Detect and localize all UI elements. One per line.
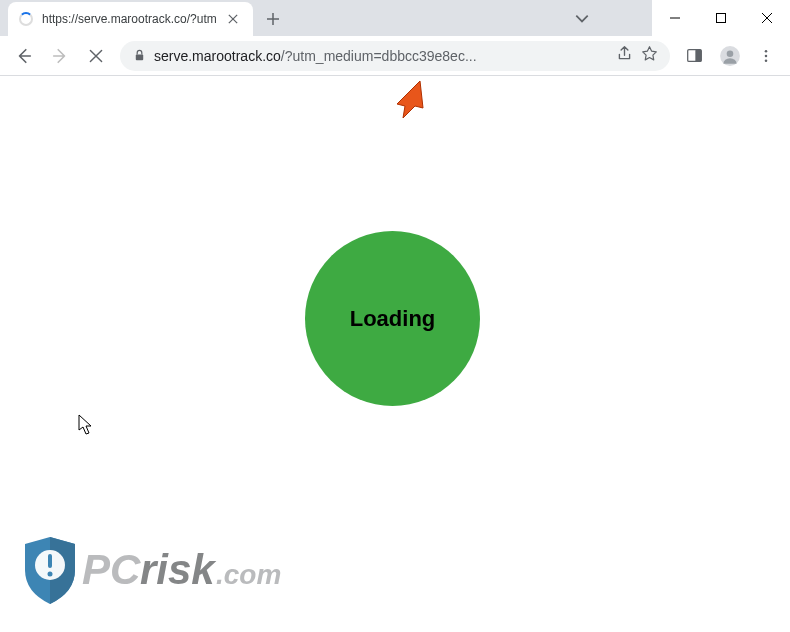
- svg-point-6: [765, 49, 768, 52]
- window-controls: [652, 0, 790, 36]
- svg-point-5: [727, 50, 734, 57]
- new-tab-button[interactable]: [259, 5, 287, 33]
- url-text: serve.marootrack.co/?utm_medium=dbbcc39e…: [154, 48, 608, 64]
- tab-close-button[interactable]: [225, 11, 241, 27]
- svg-text:PC: PC: [82, 546, 141, 593]
- svg-point-7: [765, 54, 768, 57]
- share-icon[interactable]: [616, 45, 633, 66]
- loading-circle: Loading: [305, 231, 480, 406]
- svg-rect-3: [695, 50, 701, 62]
- toolbar: serve.marootrack.co/?utm_medium=dbbcc39e…: [0, 36, 790, 76]
- loading-label: Loading: [350, 306, 436, 332]
- svg-point-11: [48, 572, 53, 577]
- page-content: Loading PC risk .com: [0, 76, 790, 632]
- address-bar[interactable]: serve.marootrack.co/?utm_medium=dbbcc39e…: [120, 41, 670, 71]
- window-close-button[interactable]: [744, 0, 790, 36]
- tab-search-chevron-icon[interactable]: [574, 10, 590, 30]
- tab-loading-spinner-icon: [18, 11, 34, 27]
- browser-tab[interactable]: https://serve.marootrack.co/?utm: [8, 2, 253, 36]
- svg-text:.com: .com: [216, 559, 281, 590]
- pcrisk-watermark-logo: PC risk .com: [20, 532, 310, 616]
- tab-title: https://serve.marootrack.co/?utm: [42, 12, 217, 26]
- svg-text:risk: risk: [140, 546, 217, 593]
- forward-button[interactable]: [44, 40, 76, 72]
- svg-rect-0: [717, 14, 726, 23]
- maximize-button[interactable]: [698, 0, 744, 36]
- lock-icon[interactable]: [132, 49, 146, 63]
- back-button[interactable]: [8, 40, 40, 72]
- svg-rect-1: [135, 55, 142, 61]
- svg-point-8: [765, 59, 768, 62]
- bookmark-star-icon[interactable]: [641, 45, 658, 66]
- profile-avatar-icon[interactable]: [714, 40, 746, 72]
- minimize-button[interactable]: [652, 0, 698, 36]
- stop-button[interactable]: [80, 40, 112, 72]
- url-domain: serve.marootrack.co: [154, 48, 281, 64]
- url-path: /?utm_medium=dbbcc39e8ec...: [281, 48, 477, 64]
- side-panel-icon[interactable]: [678, 40, 710, 72]
- menu-dots-icon[interactable]: [750, 40, 782, 72]
- svg-rect-10: [48, 554, 52, 568]
